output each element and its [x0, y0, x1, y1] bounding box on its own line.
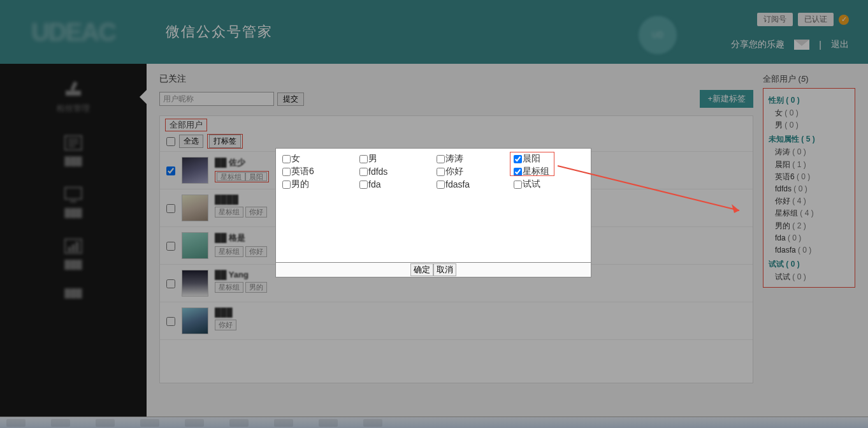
option-label: 涛涛: [445, 153, 463, 165]
modal-option[interactable]: 涛涛: [437, 152, 507, 165]
modal-option[interactable]: fdasfa: [437, 178, 507, 191]
modal-option[interactable]: 男: [359, 152, 430, 165]
modal-option[interactable]: 男的: [282, 178, 353, 191]
option-checkbox[interactable]: [514, 181, 522, 189]
option-checkbox[interactable]: [514, 155, 522, 163]
option-label: 英语6: [291, 166, 314, 177]
option-label: fdfds: [368, 166, 387, 177]
modal-option[interactable]: 试试: [514, 178, 584, 191]
modal-option[interactable]: 女: [282, 152, 353, 165]
modal-option[interactable]: 星标组: [514, 165, 584, 178]
option-label: 你好: [445, 166, 463, 177]
option-checkbox[interactable]: [514, 168, 522, 176]
option-checkbox[interactable]: [359, 168, 368, 176]
modal-option[interactable]: 晨阳: [514, 152, 584, 165]
modal-option[interactable]: fdfds: [359, 165, 430, 178]
modal-footer: 确定取消: [276, 262, 591, 277]
option-label: 试试: [523, 179, 540, 190]
option-label: 女: [291, 153, 300, 165]
option-checkbox[interactable]: [437, 181, 445, 189]
option-checkbox[interactable]: [282, 181, 291, 189]
option-checkbox[interactable]: [437, 155, 445, 163]
modal-option[interactable]: 你好: [437, 165, 507, 178]
option-checkbox[interactable]: [437, 168, 445, 176]
modal-options: 女男涛涛晨阳英语6fdfds你好星标组男的fdafdasfa试试: [282, 152, 584, 191]
option-label: fda: [368, 179, 380, 189]
ok-button[interactable]: 确定: [410, 263, 433, 276]
option-checkbox[interactable]: [282, 168, 291, 176]
option-label: 男的: [291, 179, 309, 190]
option-label: fdasfa: [445, 179, 470, 189]
option-checkbox[interactable]: [359, 181, 368, 189]
option-label: 星标组: [523, 166, 549, 177]
cancel-button[interactable]: 取消: [433, 263, 456, 276]
option-label: 男: [368, 153, 377, 165]
modal-option[interactable]: fda: [359, 178, 430, 191]
option-checkbox[interactable]: [359, 155, 368, 163]
option-label: 晨阳: [523, 153, 540, 165]
modal-option[interactable]: 英语6: [282, 165, 353, 178]
tag-modal: 女男涛涛晨阳英语6fdfds你好星标组男的fdafdasfa试试 确定取消: [275, 148, 591, 277]
option-checkbox[interactable]: [282, 155, 291, 163]
